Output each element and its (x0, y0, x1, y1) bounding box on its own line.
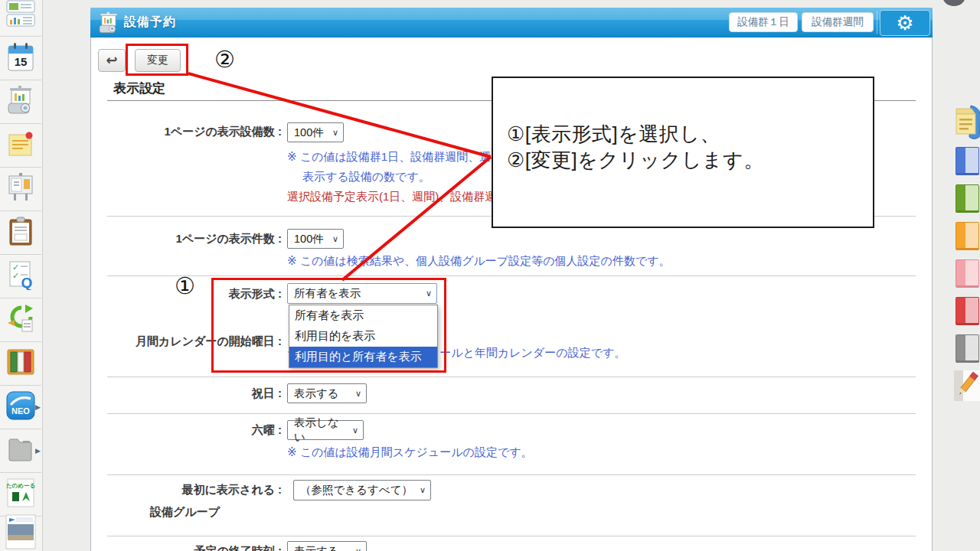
field-note: ※ この値は検索結果や、個人設備グループ設定等の個人設定の件数です。 (287, 254, 671, 269)
sticky-note-pen-icon[interactable] (956, 104, 980, 145)
sticky-tab-gray[interactable] (956, 334, 979, 363)
field-label-items-per-page: 1ページの表示件数 : (98, 232, 282, 246)
button-label: 設備群１日 (737, 15, 789, 29)
equipment-group-day-button[interactable]: 設備群１日 (729, 12, 798, 32)
svg-text:15: 15 (15, 55, 28, 68)
sticky-tab-red[interactable] (956, 297, 979, 325)
ad-banner-icon (5, 514, 36, 551)
field-label-rokuyo: 六曜 : (98, 423, 282, 438)
calendar-icon: 15 (7, 41, 34, 75)
select-value: （参照できるすべて） (300, 483, 413, 497)
chevron-right-icon[interactable]: ▶ (35, 447, 41, 455)
chevron-down-icon: ∨ (332, 128, 338, 138)
chevron-down-icon: ∨ (352, 425, 358, 435)
app-header: 設備予約 設備群１日 設備群週間 ⚙ (90, 8, 933, 37)
select-value: 表示しない (294, 416, 348, 445)
items-per-page-select[interactable]: 100件 ∨ (287, 229, 344, 249)
pencil-icon (954, 390, 980, 403)
annotation-highlight-change-button (126, 44, 188, 76)
sticky-tab-orange[interactable] (956, 222, 979, 250)
row-divider (107, 474, 916, 475)
tutorial-callout-box: ①[表示形式]を選択し、 ②[変更]をクリックします。 (492, 77, 874, 228)
neo-app-icon: NEO (5, 390, 36, 424)
field-label-equipment-per-page: 1ページの表示設備数 : (98, 125, 282, 139)
sidebar-item-portal[interactable] (0, 0, 41, 37)
bookshelf-icon (6, 347, 35, 380)
sidebar-item-workflow[interactable] (0, 298, 41, 342)
screen: 15 (0, 0, 980, 551)
sidebar-item-circular-board[interactable] (0, 167, 41, 211)
field-label-initial-group: 最初に表示される : (98, 483, 282, 497)
sidebar-item-schedule[interactable]: 15 (0, 36, 41, 80)
field-label-holiday: 祝日 : (98, 386, 282, 401)
equipment-group-week-button[interactable]: 設備群週間 (802, 12, 874, 32)
step-2-badge: ② (214, 46, 235, 73)
row-divider (107, 536, 916, 536)
equipment-app-icon (97, 11, 120, 37)
callout-line-2: ②[変更]をクリックします。 (507, 147, 873, 173)
sidebar-item-equipment-reservation[interactable] (0, 80, 41, 124)
row-divider (107, 413, 916, 414)
equipment-per-page-select[interactable]: 100件 ∨ (287, 122, 344, 142)
sidebar-item-neo[interactable]: NEO ▶ (0, 385, 41, 429)
button-label: 設備群週間 (812, 15, 864, 29)
svg-text:Q: Q (21, 275, 33, 290)
sidebar-item-survey[interactable]: ✓ ✓ Q (0, 254, 41, 298)
field-label-initial-group-line2: 設備グループ (150, 505, 220, 520)
callout-line-1: ①[表示形式]を選択し、 (507, 121, 873, 147)
holiday-select[interactable]: 表示する ∨ (287, 383, 367, 403)
memo-icon (6, 129, 35, 161)
select-value: 表示する (294, 544, 339, 551)
field-note: ※ この値は設備月間スケジュールの設定です。 (287, 445, 533, 460)
tanomeru-icon: たのめーる (6, 478, 35, 511)
svg-text:NEO: NEO (11, 406, 30, 416)
initial-equipment-group-select[interactable]: （参照できるすべて） ∨ (293, 480, 431, 500)
sidebar-item-cabinet[interactable]: ▶ (0, 429, 41, 473)
chevron-down-icon: ∨ (332, 234, 338, 244)
select-value: 100件 (294, 232, 324, 246)
section-heading: 表示設定 (113, 80, 165, 97)
sidebar-item-ad-banner[interactable] (0, 516, 41, 551)
annotation-highlight-display-format (211, 278, 446, 373)
sticky-tab-blue[interactable] (956, 147, 979, 175)
select-value: 100件 (294, 126, 324, 140)
settings-gear-button[interactable]: ⚙ (880, 10, 930, 36)
workflow-icon (6, 303, 35, 337)
row-divider (107, 377, 916, 377)
select-value: 表示する (294, 386, 339, 401)
circular-board-icon (6, 172, 35, 206)
row-divider (107, 276, 916, 276)
field-note: 表示する設備の数です。 (302, 170, 430, 184)
step-1-badge: ① (175, 272, 195, 299)
cutoff-avatar (942, 0, 965, 6)
sidebar-item-tanomeru[interactable]: たのめーる (0, 472, 41, 517)
clipboard-icon (8, 216, 34, 249)
sticky-tab-pink[interactable] (956, 259, 979, 288)
chevron-right-icon[interactable]: ▶ (35, 403, 41, 411)
field-label-end-time: 予定の終了時刻 : (98, 544, 282, 551)
chevron-down-icon: ∨ (355, 389, 361, 399)
end-time-select[interactable]: 表示する ∨ (287, 541, 367, 551)
sidebar-item-memo[interactable] (0, 123, 41, 168)
header-divider (877, 11, 877, 34)
chevron-down-icon: ∨ (355, 546, 361, 551)
edit-pencil-button[interactable] (954, 370, 980, 401)
back-arrow-icon: ↩ (106, 52, 117, 69)
sidebar-item-document-management[interactable] (0, 341, 41, 386)
page-title: 設備予約 (124, 15, 176, 31)
folder-icon (6, 436, 35, 465)
svg-text:✓: ✓ (12, 271, 19, 280)
rokuyo-select[interactable]: 表示しない ∨ (287, 420, 364, 440)
chevron-down-icon: ∨ (420, 485, 426, 495)
portal-icon (6, 0, 35, 31)
gear-icon: ⚙ (896, 13, 913, 33)
sticky-tab-green[interactable] (956, 184, 979, 213)
app-launcher-sidebar: 15 (0, 0, 43, 551)
back-button[interactable]: ↩ (98, 49, 126, 72)
equipment-reservation-icon (5, 85, 36, 119)
survey-icon: ✓ ✓ Q (7, 259, 34, 293)
svg-text:たのめーる: たのめーる (6, 482, 35, 489)
sidebar-item-report[interactable] (0, 210, 41, 255)
